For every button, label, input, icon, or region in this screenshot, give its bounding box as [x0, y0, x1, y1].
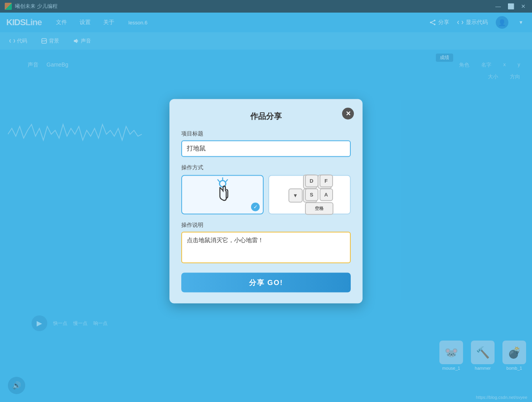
description-label: 操作说明 [181, 221, 351, 228]
share-go-button[interactable]: 分享 GO! [181, 272, 351, 292]
project-title-input[interactable] [181, 140, 351, 157]
touch-icon [209, 176, 236, 213]
keyboard-grid: ▲ D F S A 空格 ◀ ▼ ▶ [286, 172, 333, 217]
modal-header: 作品分享 ✕ [181, 111, 351, 121]
key-d: D [305, 174, 318, 187]
key-down: ▼ [288, 188, 303, 202]
key-space: 空格 [305, 202, 333, 215]
operation-options: ✓ ▲ D F S A 空格 [181, 175, 351, 214]
key-s: S [305, 188, 318, 201]
hand-svg [209, 176, 236, 208]
operation-label: 操作方式 [181, 164, 351, 171]
svg-line-9 [218, 179, 219, 182]
operation-keyboard-option[interactable]: ▲ D F S A 空格 ◀ ▼ ▶ [268, 175, 351, 214]
operation-touch-option[interactable]: ✓ [181, 175, 264, 214]
project-title-label: 项目标题 [181, 130, 351, 137]
svg-line-10 [226, 179, 228, 182]
key-f: F [320, 174, 333, 187]
description-textarea[interactable]: 点击地鼠消灭它，小心地雷！ [181, 232, 351, 263]
share-modal: 作品分享 ✕ 项目标题 操作方式 ✓ [169, 99, 363, 303]
key-a: A [320, 188, 333, 201]
modal-title: 作品分享 [250, 111, 282, 120]
modal-close-button[interactable]: ✕ [342, 107, 354, 119]
touch-check-icon: ✓ [251, 202, 260, 211]
